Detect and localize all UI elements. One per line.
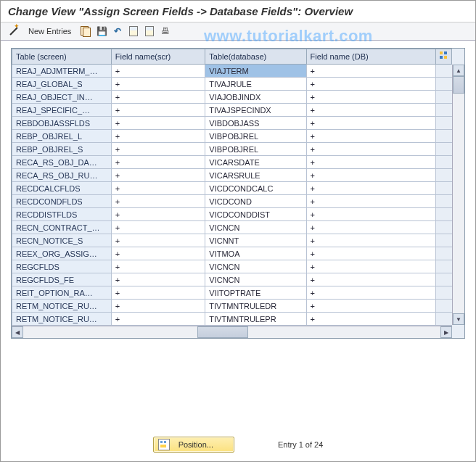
cell[interactable]: + [111,260,205,273]
cell[interactable]: RECN_CONTRACT_… [12,221,112,234]
cell[interactable]: + [306,65,435,78]
scroll-up-button[interactable]: ▲ [453,65,464,76]
cell[interactable]: REAJ_SPECIFIC_… [12,104,112,117]
cell[interactable]: VITMOA [205,247,306,260]
cell[interactable]: RECDCONDFLDS [12,195,112,208]
cell[interactable]: + [111,221,205,234]
scroll-right-button[interactable]: ▶ [440,326,452,338]
cell[interactable]: REGCFLDS [12,260,112,273]
cell[interactable]: REBP_OBJREL_S [12,143,112,156]
table-row[interactable]: REGCFLDS+VICNCN+ [12,260,452,273]
cell[interactable]: + [306,195,435,208]
select-block-icon[interactable] [144,25,155,37]
table-row[interactable]: REIT_OPTION_RA…+VIITOPTRATE+ [12,286,452,300]
cell[interactable]: VICNNT [205,234,306,247]
table-row[interactable]: REAJ_GLOBAL_S+TIVAJRULE+ [12,78,452,91]
cell[interactable]: VICARSDATE [205,156,306,169]
print-icon[interactable]: 🖶 [160,25,171,37]
cell[interactable]: + [306,208,435,221]
vscroll-track[interactable] [453,76,464,313]
cell[interactable]: VICNCN [205,221,306,234]
cell[interactable]: TIVTMNTRULEPR [205,313,306,326]
table-row[interactable]: RECN_CONTRACT_…+VICNCN+ [12,221,452,234]
cell[interactable]: REEX_ORG_ASSIG… [12,247,112,260]
cell[interactable]: VIBPOBJREL [205,143,306,156]
cell[interactable]: + [111,143,205,156]
position-button[interactable]: Position... [153,437,234,453]
cell[interactable]: + [111,208,205,221]
cell[interactable]: VIAJTERM [205,65,306,78]
cell[interactable]: REBP_OBJREL_L [12,130,112,143]
cell[interactable]: + [306,247,435,260]
cell[interactable]: REGCFLDS_FE [12,273,112,286]
table-row[interactable]: REAJ_OBJECT_IN…+VIAJOBJINDX+ [12,91,452,104]
cell[interactable]: + [111,286,205,300]
cell[interactable]: RECDDISTFLDS [12,208,112,221]
cell[interactable]: REBDOBJASSFLDS [12,117,112,130]
cell[interactable]: + [111,117,205,130]
copy-icon[interactable] [80,25,91,37]
select-all-icon[interactable] [128,25,139,37]
cell[interactable]: VICDCOND [205,195,306,208]
cell[interactable]: + [306,156,435,169]
cell[interactable]: + [306,286,435,300]
cell[interactable]: + [111,313,205,326]
table-row[interactable]: REGCFLDS_FE+VICNCN+ [12,273,452,286]
cell[interactable]: + [111,247,205,260]
new-entries-button[interactable]: New Entries [24,25,75,37]
cell[interactable]: + [306,104,435,117]
cell[interactable]: REIT_OPTION_RA… [12,286,112,300]
cell[interactable]: VICARSRULE [205,169,306,182]
save-icon[interactable]: 💾 [96,25,107,37]
cell[interactable]: + [111,78,205,91]
table-row[interactable]: RETM_NOTICE_RU…+TIVTMNTRULEPR+ [12,313,452,326]
cell[interactable]: RECDCALCFLDS [12,182,112,195]
cell[interactable]: RETM_NOTICE_RU… [12,313,112,326]
cell[interactable]: + [111,169,205,182]
cell[interactable]: TIVAJRULE [205,78,306,91]
cell[interactable]: REAJ_OBJECT_IN… [12,91,112,104]
cell[interactable]: + [111,65,205,78]
vertical-scrollbar[interactable]: ▲ ▼ [452,65,464,325]
table-row[interactable]: REAJ_ADJMTERM_…+VIAJTERM+ [12,65,452,78]
hscroll-track[interactable] [23,326,440,338]
table-row[interactable]: REBP_OBJREL_S+VIBPOBJREL+ [12,143,452,156]
cell[interactable]: + [111,234,205,247]
cell[interactable]: + [111,182,205,195]
cell[interactable]: REAJ_GLOBAL_S [12,78,112,91]
cell[interactable]: + [306,221,435,234]
cell[interactable]: VIBDOBJASS [205,117,306,130]
cell[interactable]: + [306,130,435,143]
table-row[interactable]: RETM_NOTICE_RU…+TIVTMNTRULEDR+ [12,300,452,313]
cell[interactable]: + [306,182,435,195]
table-row[interactable]: REEX_ORG_ASSIG…+VITMOA+ [12,247,452,260]
vscroll-thumb[interactable] [453,76,464,94]
table-row[interactable]: REBP_OBJREL_L+VIBPOBJREL+ [12,130,452,143]
scroll-left-button[interactable]: ◀ [12,326,23,338]
wand-icon[interactable] [8,25,20,37]
cell[interactable]: + [111,300,205,313]
cell[interactable]: + [111,273,205,286]
cell[interactable]: VIITOPTRATE [205,286,306,300]
cell[interactable]: VICDCONDCALC [205,182,306,195]
col-header-field-name-db[interactable]: Field name (DB) [306,49,435,65]
cell[interactable]: + [306,143,435,156]
table-row[interactable]: RECDCALCFLDS+VICDCONDCALC+ [12,182,452,195]
col-header-table-screen[interactable]: Table (screen) [12,49,112,65]
table-row[interactable]: RECA_RS_OBJ_DA…+VICARSDATE+ [12,156,452,169]
cell[interactable]: + [111,130,205,143]
col-header-field-name-scr[interactable]: Field name(scr) [111,49,205,65]
cell[interactable]: + [306,91,435,104]
cell[interactable]: + [306,117,435,130]
cell[interactable]: RETM_NOTICE_RU… [12,300,112,313]
cell[interactable]: + [306,169,435,182]
cell[interactable]: REAJ_ADJMTERM_… [12,65,112,78]
table-row[interactable]: RECDCONDFLDS+VICDCOND+ [12,195,452,208]
cell[interactable]: VIAJOBJINDX [205,91,306,104]
hscroll-thumb[interactable] [197,326,248,338]
cell[interactable]: + [306,260,435,273]
cell[interactable]: RECA_RS_OBJ_RU… [12,169,112,182]
cell[interactable]: + [306,234,435,247]
cell[interactable]: + [306,313,435,326]
table-row[interactable]: RECDDISTFLDS+VICDCONDDIST+ [12,208,452,221]
